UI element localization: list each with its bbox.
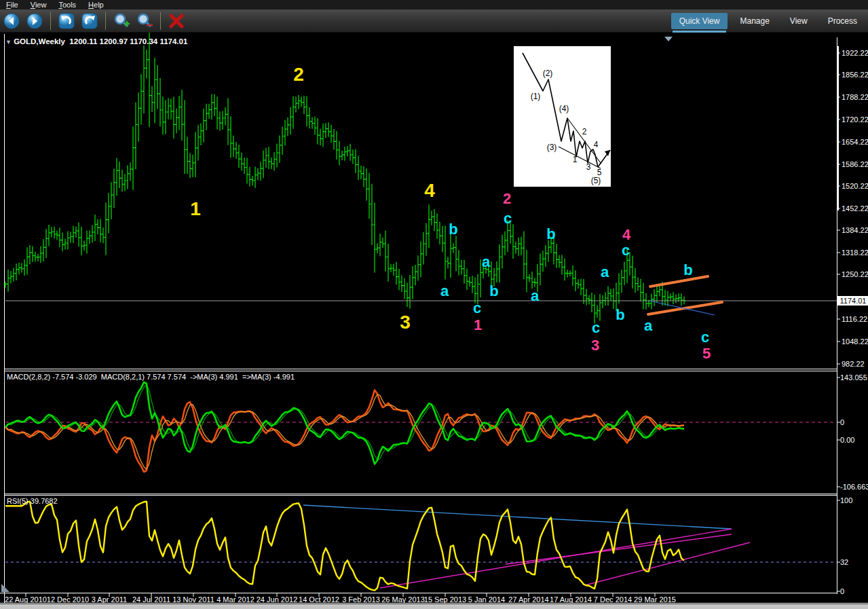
wave-label-1: 1	[190, 200, 201, 219]
wave-label-b: b	[489, 284, 498, 299]
inset-wave-label: (3)	[547, 143, 557, 152]
close-button[interactable]	[167, 12, 186, 31]
wave-label-b: b	[449, 222, 457, 237]
wave-label-c: c	[592, 320, 600, 335]
date-axis-label: 27 Apr 2014	[508, 595, 548, 604]
price-axis-label: 1452.22	[842, 204, 868, 213]
rsi-label: RSI(5) 39.7682	[7, 497, 58, 505]
close-icon	[168, 12, 185, 30]
wave-label-a: a	[644, 318, 652, 333]
date-axis-label: 15 Sep 2013	[424, 595, 466, 604]
inset-wave-label: (2)	[543, 69, 553, 78]
macd-orange-ma-line	[5, 394, 684, 470]
wave-label-c: c	[504, 211, 512, 226]
price-axis-label: 1520.22	[842, 182, 868, 190]
wave-label-a: a	[601, 265, 609, 280]
nav-button-view[interactable]: View	[782, 13, 816, 29]
price-axis-label: 1654.22	[842, 138, 868, 146]
rsi-blue-trendline[interactable]	[303, 505, 732, 529]
price-axis-label: 1384.22	[842, 226, 868, 234]
menu-item-tools[interactable]: Tools	[52, 1, 82, 9]
date-axis-label: 17 Aug 2014	[550, 595, 592, 604]
rsi-magenta-trendline[interactable]	[380, 529, 732, 588]
wave-label-3: 3	[400, 313, 411, 332]
inset-wave-label: (4)	[559, 104, 569, 113]
price-axis-label: 1318.22	[842, 248, 868, 257]
wave-label-a: a	[482, 255, 490, 270]
macd-axis-label: 143.055	[840, 373, 867, 382]
chart-canvas[interactable]: (2)(1)(4)(3)21435(5)	[0, 0, 868, 609]
wave-label-3: 3	[591, 338, 599, 353]
forward-icon	[26, 12, 43, 30]
undo-button[interactable]	[57, 12, 76, 31]
rsi-axis-label: 0	[840, 587, 844, 595]
date-axis-label: 12 Dec 2010	[47, 595, 89, 604]
wave-label-b: b	[546, 227, 555, 242]
zoom-out-button[interactable]	[135, 12, 154, 31]
redo-button[interactable]	[80, 12, 99, 31]
date-axis-label: 26 May 2013	[381, 595, 425, 604]
inset-wave-label: 4	[594, 140, 599, 149]
elliott-wave-inset: (2)(1)(4)(3)21435(5)	[514, 46, 611, 187]
date-axis-label: 3 Feb 2013	[342, 595, 380, 604]
wave-label-5: 5	[702, 346, 711, 361]
macd-axis-label: 0.00	[840, 436, 854, 444]
wave-label-c: c	[473, 301, 481, 316]
wave-label-a: a	[440, 284, 449, 299]
inset-wave-label: (5)	[591, 176, 601, 185]
menu-bar: FileViewToolsHelp	[0, 0, 868, 10]
scroll-corner-triangle-icon[interactable]	[1, 584, 10, 592]
menu-item-help[interactable]: Help	[82, 1, 110, 9]
date-axis-label: 4 Mar 2012	[216, 595, 254, 604]
date-axis-label: 22 Aug 2010	[5, 595, 47, 604]
wave-label-c: c	[701, 330, 709, 345]
wave-label-c: c	[622, 243, 630, 258]
price-axis-label: 1116.22	[842, 315, 867, 323]
orange-channel-trendline[interactable]	[650, 276, 708, 287]
toolbar-separator	[105, 12, 106, 30]
macd-label: MACD(2,8,2) -7.574 -3.029 MACD(8,2,1) 7.…	[7, 373, 295, 381]
toolbar-separator	[160, 12, 161, 30]
toolbar: Quick ViewManageViewProcess	[0, 10, 868, 33]
ohlc-open: 1200.11	[69, 37, 97, 45]
price-axis-label: 1720.22	[842, 115, 868, 124]
price-axis-scrollbar-thumb[interactable]	[837, 46, 839, 210]
rsi-axis-label: 32	[840, 558, 848, 566]
current-price-box: 1174.01	[837, 296, 868, 306]
price-axis-label: 1856.22	[842, 71, 868, 79]
inset-wave-label: 2	[582, 127, 587, 136]
menu-item-file[interactable]: File	[0, 1, 24, 9]
undo-icon	[58, 12, 75, 30]
wave-label-4: 4	[622, 227, 630, 242]
nav-button-manage[interactable]: Manage	[732, 13, 777, 29]
ohlc-low: 1170.34	[130, 37, 157, 45]
price-axis-label: 1250.22	[842, 270, 868, 278]
wave-label-a: a	[531, 289, 539, 303]
date-axis-label: 14 Oct 2012	[299, 595, 339, 604]
collapse-triangle-icon[interactable]: ▼	[5, 39, 12, 45]
date-axis-label: 24 Jul 2011	[132, 595, 170, 604]
date-axis-label: 7 Dec 2014	[594, 595, 632, 604]
chart-symbol: GOLD,Weekly	[14, 37, 65, 45]
date-axis-label: 24 Jun 2012	[257, 595, 298, 604]
zoom-out-icon	[136, 12, 153, 30]
date-axis-label: 3 Apr 2011	[92, 595, 127, 604]
inset-wave-label: (1)	[531, 92, 541, 101]
nav-button-process[interactable]: Process	[820, 13, 865, 29]
scroll-down-triangle-icon[interactable]	[664, 37, 673, 41]
status-bar	[0, 604, 868, 609]
back-button[interactable]	[2, 12, 21, 31]
price-axis-label: 1788.22	[842, 93, 868, 101]
redo-icon	[81, 12, 98, 30]
forward-button[interactable]	[25, 12, 44, 31]
wave-label-b: b	[683, 263, 692, 278]
wave-label-2: 2	[293, 65, 304, 84]
wave-label-4: 4	[424, 181, 435, 200]
price-axis-label: 1586.22	[842, 160, 868, 168]
menu-item-view[interactable]: View	[24, 1, 53, 9]
nav-button-quick-view[interactable]: Quick View	[671, 13, 728, 29]
date-axis-label: 5 Jan 2014	[468, 595, 505, 604]
wave-label-b: b	[616, 308, 624, 322]
zoom-in-button[interactable]	[112, 12, 131, 31]
rsi-line	[5, 502, 684, 591]
